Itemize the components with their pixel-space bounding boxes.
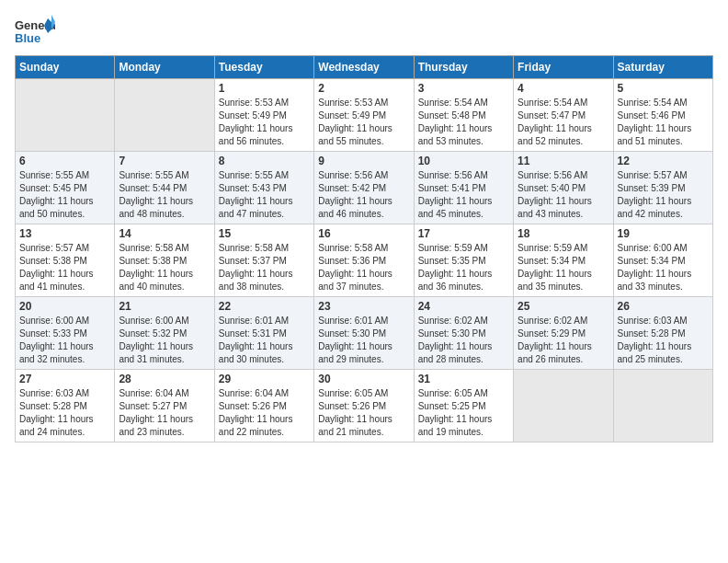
day-info: Sunrise: 5:59 AM Sunset: 5:35 PM Dayligh…: [418, 242, 509, 293]
daylight-text: Daylight: 11 hours and 28 minutes.: [418, 341, 493, 364]
daylight-text: Daylight: 11 hours and 19 minutes.: [418, 414, 493, 437]
day-number: 12: [618, 155, 709, 167]
calendar-day-cell: 10 Sunrise: 5:56 AM Sunset: 5:41 PM Dayl…: [414, 152, 513, 224]
sunrise-text: Sunrise: 5:59 AM: [518, 243, 587, 253]
sunset-text: Sunset: 5:30 PM: [418, 328, 486, 339]
page-header: General Blue: [15, 15, 713, 48]
weekday-header: Monday: [115, 56, 214, 79]
day-info: Sunrise: 5:53 AM Sunset: 5:49 PM Dayligh…: [318, 97, 409, 148]
calendar-day-cell: 30 Sunrise: 6:05 AM Sunset: 5:26 PM Dayl…: [314, 370, 414, 442]
daylight-text: Daylight: 11 hours and 26 minutes.: [518, 341, 592, 364]
logo: General Blue: [15, 15, 55, 48]
day-info: Sunrise: 6:04 AM Sunset: 5:27 PM Dayligh…: [119, 387, 210, 439]
calendar-day-cell: 14 Sunrise: 5:58 AM Sunset: 5:38 PM Dayl…: [115, 224, 214, 297]
daylight-text: Daylight: 11 hours and 35 minutes.: [518, 269, 592, 292]
day-info: Sunrise: 6:01 AM Sunset: 5:31 PM Dayligh…: [219, 315, 310, 366]
sunset-text: Sunset: 5:40 PM: [518, 183, 586, 193]
day-number: 13: [19, 227, 110, 240]
day-info: Sunrise: 5:58 AM Sunset: 5:38 PM Dayligh…: [119, 242, 210, 293]
calendar-week-row: 20 Sunrise: 6:00 AM Sunset: 5:33 PM Dayl…: [16, 297, 713, 370]
daylight-text: Daylight: 11 hours and 41 minutes.: [19, 269, 94, 292]
calendar-day-cell: 29 Sunrise: 6:04 AM Sunset: 5:26 PM Dayl…: [214, 370, 313, 442]
day-info: Sunrise: 5:54 AM Sunset: 5:46 PM Dayligh…: [618, 97, 709, 148]
logo-icon: General Blue: [15, 15, 55, 48]
calendar-day-cell: 25 Sunrise: 6:02 AM Sunset: 5:29 PM Dayl…: [514, 297, 613, 370]
weekday-header: Friday: [514, 56, 613, 79]
svg-text:Blue: Blue: [15, 31, 40, 45]
sunset-text: Sunset: 5:37 PM: [219, 256, 287, 266]
sunset-text: Sunset: 5:43 PM: [219, 183, 287, 193]
sunrise-text: Sunrise: 6:00 AM: [618, 243, 688, 253]
sunrise-text: Sunrise: 6:01 AM: [219, 316, 289, 326]
day-number: 10: [418, 155, 509, 167]
daylight-text: Daylight: 11 hours and 40 minutes.: [119, 269, 193, 292]
daylight-text: Daylight: 11 hours and 38 minutes.: [219, 269, 293, 292]
daylight-text: Daylight: 11 hours and 48 minutes.: [119, 196, 193, 219]
calendar-week-row: 1 Sunrise: 5:53 AM Sunset: 5:49 PM Dayli…: [16, 79, 713, 152]
sunrise-text: Sunrise: 5:56 AM: [518, 170, 587, 180]
sunset-text: Sunset: 5:32 PM: [119, 328, 187, 339]
day-number: 25: [518, 300, 609, 313]
sunrise-text: Sunrise: 6:01 AM: [318, 316, 388, 326]
day-info: Sunrise: 5:58 AM Sunset: 5:37 PM Dayligh…: [219, 242, 310, 293]
sunset-text: Sunset: 5:39 PM: [618, 183, 686, 193]
day-info: Sunrise: 6:00 AM Sunset: 5:32 PM Dayligh…: [119, 315, 210, 366]
day-number: 1: [219, 82, 310, 95]
sunrise-text: Sunrise: 5:56 AM: [318, 170, 388, 180]
sunset-text: Sunset: 5:25 PM: [418, 401, 486, 411]
calendar-day-cell: 15 Sunrise: 5:58 AM Sunset: 5:37 PM Dayl…: [214, 224, 313, 297]
daylight-text: Daylight: 11 hours and 25 minutes.: [618, 341, 692, 364]
daylight-text: Daylight: 11 hours and 53 minutes.: [418, 123, 493, 146]
calendar-week-row: 13 Sunrise: 5:57 AM Sunset: 5:38 PM Dayl…: [16, 224, 713, 297]
sunset-text: Sunset: 5:35 PM: [418, 256, 486, 266]
daylight-text: Daylight: 11 hours and 30 minutes.: [219, 341, 293, 364]
calendar-day-cell: 6 Sunrise: 5:55 AM Sunset: 5:45 PM Dayli…: [16, 152, 115, 224]
daylight-text: Daylight: 11 hours and 51 minutes.: [618, 123, 692, 146]
day-info: Sunrise: 6:02 AM Sunset: 5:30 PM Dayligh…: [418, 315, 509, 366]
day-number: 22: [219, 300, 310, 313]
calendar-day-cell: 21 Sunrise: 6:00 AM Sunset: 5:32 PM Dayl…: [115, 297, 214, 370]
calendar-day-cell: 3 Sunrise: 5:54 AM Sunset: 5:48 PM Dayli…: [414, 79, 513, 152]
weekday-header: Thursday: [414, 56, 513, 79]
sunset-text: Sunset: 5:38 PM: [19, 256, 87, 266]
daylight-text: Daylight: 11 hours and 47 minutes.: [219, 196, 293, 219]
day-info: Sunrise: 5:56 AM Sunset: 5:42 PM Dayligh…: [318, 169, 409, 221]
daylight-text: Daylight: 11 hours and 36 minutes.: [418, 269, 493, 292]
daylight-text: Daylight: 11 hours and 55 minutes.: [318, 123, 392, 146]
daylight-text: Daylight: 11 hours and 29 minutes.: [318, 341, 392, 364]
sunrise-text: Sunrise: 5:55 AM: [19, 170, 89, 180]
calendar-day-cell: 7 Sunrise: 5:55 AM Sunset: 5:44 PM Dayli…: [115, 152, 214, 224]
day-number: 14: [119, 227, 210, 240]
calendar-day-cell: [613, 370, 712, 442]
sunset-text: Sunset: 5:28 PM: [19, 401, 87, 411]
daylight-text: Daylight: 11 hours and 33 minutes.: [618, 269, 692, 292]
sunrise-text: Sunrise: 6:04 AM: [119, 388, 188, 398]
weekday-header: Tuesday: [214, 56, 313, 79]
calendar-day-cell: 16 Sunrise: 5:58 AM Sunset: 5:36 PM Dayl…: [314, 224, 414, 297]
day-number: 20: [19, 300, 110, 313]
sunset-text: Sunset: 5:27 PM: [119, 401, 187, 411]
calendar-week-row: 27 Sunrise: 6:03 AM Sunset: 5:28 PM Dayl…: [16, 370, 713, 442]
day-info: Sunrise: 6:03 AM Sunset: 5:28 PM Dayligh…: [19, 387, 110, 439]
sunset-text: Sunset: 5:34 PM: [618, 256, 686, 266]
calendar-day-cell: 13 Sunrise: 5:57 AM Sunset: 5:38 PM Dayl…: [16, 224, 115, 297]
day-number: 3: [418, 82, 509, 95]
day-info: Sunrise: 5:53 AM Sunset: 5:49 PM Dayligh…: [219, 97, 310, 148]
sunrise-text: Sunrise: 5:53 AM: [219, 98, 289, 108]
sunset-text: Sunset: 5:26 PM: [318, 401, 386, 411]
day-info: Sunrise: 6:02 AM Sunset: 5:29 PM Dayligh…: [518, 315, 609, 366]
sunrise-text: Sunrise: 5:57 AM: [19, 243, 89, 253]
day-number: 15: [219, 227, 310, 240]
calendar-day-cell: 11 Sunrise: 5:56 AM Sunset: 5:40 PM Dayl…: [514, 152, 613, 224]
sunrise-text: Sunrise: 6:02 AM: [518, 316, 587, 326]
sunset-text: Sunset: 5:28 PM: [618, 328, 686, 339]
weekday-header: Sunday: [16, 56, 115, 79]
calendar-day-cell: 24 Sunrise: 6:02 AM Sunset: 5:30 PM Dayl…: [414, 297, 513, 370]
day-number: 8: [219, 155, 310, 167]
calendar-day-cell: 2 Sunrise: 5:53 AM Sunset: 5:49 PM Dayli…: [314, 79, 414, 152]
sunset-text: Sunset: 5:38 PM: [119, 256, 187, 266]
calendar-day-cell: 1 Sunrise: 5:53 AM Sunset: 5:49 PM Dayli…: [214, 79, 313, 152]
day-number: 6: [19, 155, 110, 167]
calendar-day-cell: 8 Sunrise: 5:55 AM Sunset: 5:43 PM Dayli…: [214, 152, 313, 224]
daylight-text: Daylight: 11 hours and 42 minutes.: [618, 196, 692, 219]
